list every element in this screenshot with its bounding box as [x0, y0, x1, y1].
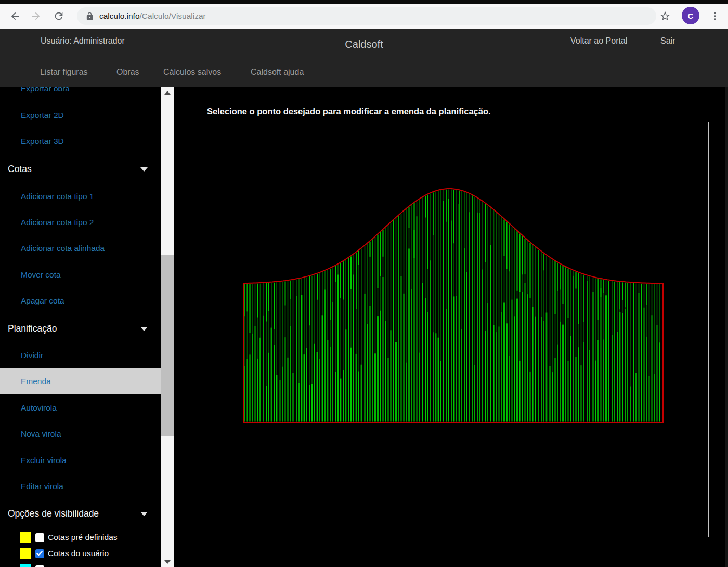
sidebar-row: Nova virola: [0, 421, 161, 447]
forward-arrow-icon[interactable]: [29, 9, 43, 23]
section-header-planificacao[interactable]: Planificação: [8, 323, 57, 334]
sidebar-row: Adicionar cota tipo 2: [0, 209, 161, 235]
visibility-row-cotas-pre-definidas: Cotas pré definidas: [0, 530, 161, 545]
visibility-row-cotas-do-usuario: Cotas do usuário: [0, 546, 161, 561]
color-swatch: [20, 564, 31, 567]
user-label: Usuário: Administrador: [41, 36, 125, 46]
url-bar[interactable]: calculo.info/Calculo/Visualizar: [77, 7, 656, 25]
nav-calculos-salvos[interactable]: Cálculos salvos: [163, 68, 221, 77]
logout-link[interactable]: Sair: [660, 36, 675, 46]
checkbox-cotas-do-usuario[interactable]: [35, 549, 44, 558]
instruction-text: Selecione o ponto desejado para modifica…: [207, 107, 491, 116]
section-header-cotas[interactable]: Cotas: [8, 164, 32, 175]
sidebar-item-nova-virola[interactable]: Nova virola: [21, 429, 61, 439]
nav-listar-figuras[interactable]: Listar figuras: [40, 68, 88, 77]
sidebar-row: Dividir: [0, 342, 161, 368]
sidebar-item-adicionar-cota-tipo-2[interactable]: Adicionar cota tipo 2: [21, 218, 94, 227]
planification-figure[interactable]: [197, 122, 708, 537]
window-top-strip: [0, 0, 728, 4]
sidebar-row: Adicionar cota tipo 1: [0, 183, 161, 209]
sidebar-row: Emenda: [0, 368, 161, 394]
sidebar-item-emenda[interactable]: Emenda: [21, 377, 51, 386]
sidebar-row: Exportar 3D: [0, 128, 161, 154]
page-scrollbar[interactable]: [725, 87, 728, 567]
checkbox-label: Cotas do usuário: [48, 549, 109, 558]
sidebar-row: Adicionar cota alinhada: [0, 235, 161, 261]
sidebar-row: Opções de visibilidade: [0, 500, 161, 526]
sidebar-item-apagar-cota[interactable]: Apagar cota: [21, 296, 64, 306]
checkbox-item[interactable]: [35, 565, 44, 567]
sidebar-row: Editar virola: [0, 473, 161, 499]
menu-dots-icon[interactable]: [708, 9, 722, 23]
sidebar-item-excluir-virola[interactable]: Excluir virola: [21, 456, 67, 465]
sidebar-scrollbar[interactable]: [161, 87, 174, 567]
sidebar-item-dividir[interactable]: Dividir: [21, 351, 43, 360]
checkbox-cotas-pre-definidas[interactable]: [35, 533, 44, 542]
app-header: Usuário: Administrador Caldsoft Voltar a…: [0, 29, 728, 87]
color-swatch: [20, 532, 31, 543]
scroll-up-icon[interactable]: [161, 87, 174, 98]
sidebar-item-adicionar-cota-tipo-1[interactable]: Adicionar cota tipo 1: [21, 192, 94, 201]
sidebar-row: Mover cota: [0, 262, 161, 288]
sidebar-row: Exportar obra: [0, 87, 161, 102]
sidebar-item-exportar-obra[interactable]: Exportar obra: [21, 87, 70, 94]
sidebar-item-adicionar-cota-alinhada[interactable]: Adicionar cota alinhada: [21, 244, 105, 253]
scrollbar-thumb[interactable]: [161, 255, 174, 436]
visibility-row-item: [0, 562, 161, 567]
sidebar-row: Apagar cota: [0, 288, 161, 314]
sidebar-row: Cotas: [0, 156, 161, 182]
screen: { "browser": { "url_domain": "calculo.in…: [0, 0, 728, 567]
chevron-down-icon[interactable]: [140, 167, 148, 172]
url-text: calculo.info/Calculo/Visualizar: [99, 11, 206, 21]
star-icon[interactable]: [658, 9, 672, 23]
chevron-down-icon[interactable]: [140, 327, 148, 331]
checkbox-label: Cotas pré definidas: [48, 533, 118, 542]
sidebar: Exportar obraExportar 2DExportar 3DCotas…: [0, 87, 161, 567]
lock-icon: [85, 12, 94, 21]
sidebar-row: Exportar 2D: [0, 102, 161, 128]
sidebar-item-editar-virola[interactable]: Editar virola: [21, 482, 63, 491]
section-header-opcoes-de-visibilidade[interactable]: Opções de visibilidade: [8, 508, 99, 519]
sidebar-item-mover-cota[interactable]: Mover cota: [21, 270, 61, 280]
browser-toolbar: calculo.info/Calculo/Visualizar C: [0, 4, 728, 29]
scroll-down-icon[interactable]: [161, 557, 174, 567]
reload-icon[interactable]: [52, 9, 66, 23]
portal-link[interactable]: Voltar ao Portal: [570, 36, 627, 46]
nav-obras[interactable]: Obras: [116, 68, 139, 77]
sidebar-row: Planificação: [0, 315, 161, 341]
sidebar-item-exportar-3d[interactable]: Exportar 3D: [21, 137, 64, 146]
sidebar-item-exportar-2d[interactable]: Exportar 2D: [21, 111, 64, 120]
avatar[interactable]: C: [682, 7, 699, 24]
sidebar-row: Autovirola: [0, 395, 161, 421]
drawing-canvas[interactable]: [197, 122, 709, 537]
sidebar-item-autovirola[interactable]: Autovirola: [21, 403, 57, 413]
sidebar-row: Excluir virola: [0, 447, 161, 473]
app-title: Caldsoft: [345, 38, 383, 50]
nav-caldsoft-ajuda[interactable]: Caldsoft ajuda: [251, 68, 304, 77]
color-swatch: [20, 548, 31, 559]
back-arrow-icon[interactable]: [8, 9, 22, 23]
chevron-down-icon[interactable]: [140, 512, 148, 516]
